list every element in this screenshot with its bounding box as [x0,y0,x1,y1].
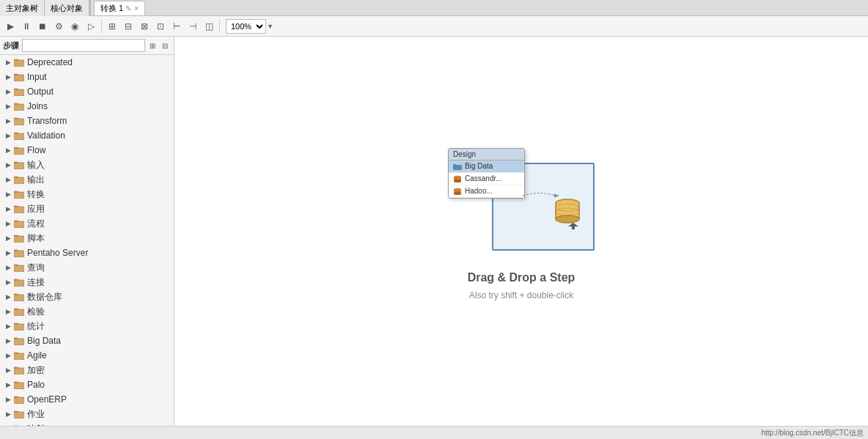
illus-cassandra-icon [453,174,462,183]
tree-item-5[interactable]: ▶ Validation [0,128,174,143]
tree-item-2[interactable]: ▶ Output [0,84,174,99]
preview-button[interactable]: ⚙ [51,19,66,34]
tree-arrow-7: ▶ [3,160,13,170]
tree-item-0[interactable]: ▶ Deprecated [0,55,174,70]
tree-item-20[interactable]: ▶ Agile [0,348,174,363]
tree-arrow-2: ▶ [3,86,13,97]
tree-item-13[interactable]: ▶ Pentaho Server [0,246,174,260]
tree-arrow-18: ▶ [3,321,13,331]
steps-icon-group: ⊞ ⊟ [147,40,171,51]
svg-point-41 [454,180,461,182]
tree-item-label-18: 统计 [27,320,45,333]
tree-item-label-10: 应用 [27,203,45,215]
tree-item-16[interactable]: ▶ 数据仓库 [0,289,174,304]
steps-search-input[interactable] [22,39,145,52]
tree-item-label-24: 作业 [27,408,45,421]
tree-folder-icon-16 [13,292,25,302]
grid-button[interactable]: ◫ [202,19,216,34]
canvas-tab-label: 转换 1 [100,3,123,14]
tree-item-6[interactable]: ▶ Flow [0,143,174,158]
tree-item-15[interactable]: ▶ 连接 [0,275,174,289]
run-button[interactable]: ▶ [3,19,18,34]
align-btn2[interactable]: ⊟ [121,19,136,34]
tab-main-tree[interactable]: 主对象树 [0,0,45,16]
svg-rect-20 [14,353,24,360]
align-btn1[interactable]: ⊞ [105,19,119,34]
tree-arrow-20: ▶ [3,350,13,361]
tree-item-14[interactable]: ▶ 查询 [0,260,174,275]
svg-rect-17 [14,309,24,316]
align-btn3[interactable]: ⊠ [137,19,152,34]
tree-item-19[interactable]: ▶ Big Data [0,333,174,348]
tree-item-9[interactable]: ▶ 转换 [0,187,174,202]
tab-core-obj-label: 核心对象 [51,3,83,14]
canvas-tab-close[interactable]: × [134,4,139,12]
tree-folder-icon-18 [13,321,25,331]
canvas-area: Design Big Data [174,37,868,426]
tree-folder-icon-14 [13,262,25,273]
align-btn5[interactable]: ⊢ [169,19,184,34]
tree-arrow-24: ▶ [3,409,13,419]
canvas-tab-icon: ✎ [125,4,131,12]
stop-button[interactable]: ⏹ [35,19,50,34]
tree-item-label-19: Big Data [27,336,61,346]
tree-item-8[interactable]: ▶ 输出 [0,172,174,187]
tree-folder-icon-24 [13,409,25,419]
tree-item-18[interactable]: ▶ 统计 [0,319,174,333]
tree-arrow-12: ▶ [3,233,13,243]
tree-item-10[interactable]: ▶ 应用 [0,202,174,216]
tree-folder-icon-23 [13,394,25,405]
svg-rect-16 [14,295,24,301]
tree-item-22[interactable]: ▶ Palo [0,377,174,392]
tree-item-23[interactable]: ▶ OpenERP [0,392,174,407]
tree-item-21[interactable]: ▶ 加密 [0,363,174,377]
svg-rect-9 [14,192,24,199]
status-bar: http://blog.csdn.net/BjICTC信息 [0,426,868,439]
svg-rect-24 [14,412,24,418]
tree-item-label-2: Output [27,86,54,97]
tree-folder-icon-21 [13,365,25,375]
tree-item-label-15: 连接 [27,276,45,289]
check-button[interactable]: ◉ [67,19,82,34]
tree-arrow-1: ▶ [3,72,13,82]
illus-hadoop-label: Hadoo... [465,187,493,195]
pause-button[interactable]: ⏸ [19,19,34,34]
tree-item-label-0: Deprecated [27,57,73,67]
tree-item-3[interactable]: ▶ Joins [0,99,174,114]
tree-arrow-21: ▶ [3,365,13,375]
tree-item-11[interactable]: ▶ 流程 [0,216,174,231]
tree-item-label-4: Transform [27,116,67,126]
canvas-tab[interactable]: 转换 1 ✎ × [94,1,145,15]
steps-tree-list: ▶ Deprecated ▶ Input ▶ [0,55,174,426]
tree-arrow-15: ▶ [3,277,13,287]
tree-item-label-22: Palo [27,380,45,390]
steps-collapse-btn[interactable]: ⊟ [159,40,171,51]
tree-item-17[interactable]: ▶ 检验 [0,304,174,319]
tree-arrow-4: ▶ [3,116,13,126]
tree-arrow-6: ▶ [3,145,13,155]
tree-item-12[interactable]: ▶ 脚本 [0,231,174,246]
svg-point-33 [556,215,579,223]
tree-arrow-17: ▶ [3,306,13,317]
zoom-dropdown-icon: ▼ [267,23,273,30]
drag-drop-hint: Design Big Data [448,148,595,300]
zoom-select[interactable]: 50% 75% 100% 150% 200% [226,19,266,34]
tree-item-4[interactable]: ▶ Transform [0,114,174,128]
align-btn6[interactable]: ⊣ [185,19,200,34]
svg-rect-7 [14,163,24,169]
tree-arrow-23: ▶ [3,394,13,405]
tree-folder-icon-17 [13,306,25,317]
tree-item-1[interactable]: ▶ Input [0,70,174,84]
step-run-button[interactable]: ▷ [84,19,98,34]
separator-2 [219,20,220,33]
svg-rect-2 [14,89,24,96]
align-btn4[interactable]: ⊡ [153,19,168,34]
tree-item-7[interactable]: ▶ 输入 [0,158,174,172]
tree-item-24[interactable]: ▶ 作业 [0,407,174,421]
steps-expand-btn[interactable]: ⊞ [147,40,158,51]
tree-item-label-21: 加密 [27,364,45,377]
tree-folder-icon-22 [13,380,25,390]
tab-core-obj[interactable]: 核心对象 [45,0,89,16]
tree-item-label-5: Validation [27,130,65,141]
tree-folder-icon-15 [13,277,25,287]
